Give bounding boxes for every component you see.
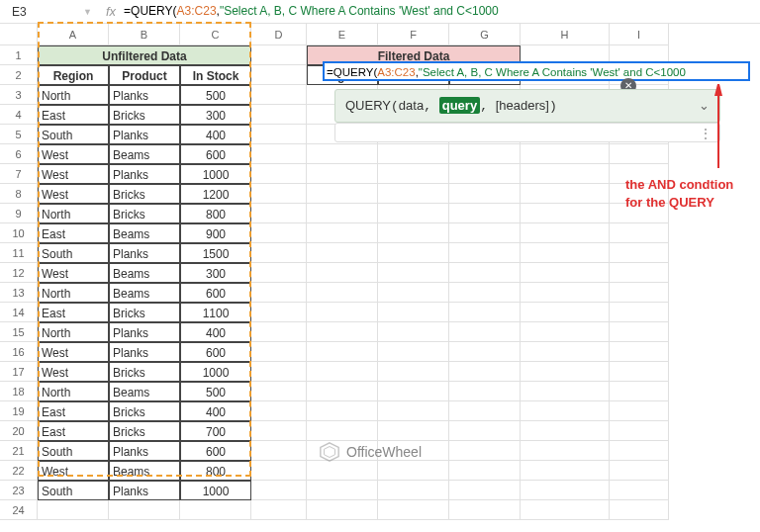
cell[interactable]: Product bbox=[109, 65, 180, 85]
cell[interactable]: Beams bbox=[109, 382, 180, 401]
cell[interactable]: Region bbox=[38, 65, 109, 85]
cell[interactable]: Bricks bbox=[109, 204, 180, 223]
chevron-down-icon[interactable]: ⌄ bbox=[699, 98, 710, 113]
cell[interactable] bbox=[449, 243, 521, 263]
cell[interactable] bbox=[610, 322, 669, 342]
cell[interactable] bbox=[610, 342, 669, 362]
cell[interactable] bbox=[449, 184, 521, 204]
cell[interactable]: Bricks bbox=[109, 401, 180, 421]
cell[interactable]: Planks bbox=[109, 481, 180, 500]
cell[interactable] bbox=[307, 342, 378, 362]
cell[interactable] bbox=[521, 243, 610, 263]
cell[interactable] bbox=[251, 223, 307, 243]
cell[interactable]: North bbox=[38, 85, 109, 105]
cell[interactable] bbox=[251, 144, 307, 164]
cell[interactable]: 400 bbox=[180, 322, 251, 342]
column-header[interactable]: A bbox=[38, 24, 109, 45]
row-header[interactable]: 6 bbox=[0, 144, 38, 164]
cell[interactable]: East bbox=[38, 223, 109, 243]
cell[interactable]: Beams bbox=[109, 263, 180, 283]
column-header[interactable]: I bbox=[610, 24, 669, 45]
cell[interactable] bbox=[449, 204, 521, 223]
cell[interactable] bbox=[251, 500, 307, 520]
cell[interactable] bbox=[251, 243, 307, 263]
cell[interactable] bbox=[251, 303, 307, 322]
cell[interactable]: West bbox=[38, 461, 109, 481]
cell[interactable]: Beams bbox=[109, 223, 180, 243]
cell[interactable]: 1100 bbox=[180, 303, 251, 322]
active-cell-editor[interactable]: =QUERY(A3:C23,"Select A, B, C Where A Co… bbox=[323, 61, 750, 81]
cell[interactable] bbox=[378, 263, 449, 283]
row-header[interactable]: 17 bbox=[0, 362, 38, 382]
cell[interactable]: Planks bbox=[109, 441, 180, 461]
cell[interactable]: 800 bbox=[180, 204, 251, 223]
cell[interactable]: 1200 bbox=[180, 184, 251, 204]
row-header[interactable]: 13 bbox=[0, 283, 38, 303]
cell[interactable] bbox=[521, 144, 610, 164]
cell[interactable]: 600 bbox=[180, 441, 251, 461]
cell[interactable] bbox=[251, 105, 307, 125]
cell[interactable]: Bricks bbox=[109, 362, 180, 382]
cell[interactable] bbox=[449, 303, 521, 322]
cell[interactable] bbox=[449, 481, 521, 500]
cell[interactable]: West bbox=[38, 342, 109, 362]
column-header[interactable]: G bbox=[449, 24, 521, 45]
row-header[interactable]: 14 bbox=[0, 303, 38, 322]
cell[interactable] bbox=[610, 421, 669, 441]
cell[interactable]: In Stock bbox=[180, 65, 251, 85]
cell[interactable]: West bbox=[38, 164, 109, 184]
cell[interactable] bbox=[251, 322, 307, 342]
cell[interactable] bbox=[307, 481, 378, 500]
cell[interactable] bbox=[251, 461, 307, 481]
cell[interactable] bbox=[251, 441, 307, 461]
row-header[interactable]: 22 bbox=[0, 461, 38, 481]
cell[interactable]: Beams bbox=[109, 461, 180, 481]
row-header[interactable]: 12 bbox=[0, 263, 38, 283]
cell[interactable] bbox=[307, 362, 378, 382]
cell[interactable] bbox=[449, 263, 521, 283]
cell[interactable]: West bbox=[38, 263, 109, 283]
cell[interactable] bbox=[521, 283, 610, 303]
column-header[interactable]: C bbox=[180, 24, 251, 45]
cell[interactable]: 400 bbox=[180, 125, 251, 144]
cell[interactable] bbox=[378, 401, 449, 421]
cell[interactable]: 1000 bbox=[180, 164, 251, 184]
cell[interactable] bbox=[521, 204, 610, 223]
cell[interactable]: East bbox=[38, 401, 109, 421]
cell[interactable] bbox=[251, 164, 307, 184]
cell[interactable] bbox=[521, 481, 610, 500]
cell[interactable] bbox=[449, 223, 521, 243]
cell[interactable]: South bbox=[38, 441, 109, 461]
cell[interactable]: Bricks bbox=[109, 105, 180, 125]
cell[interactable] bbox=[38, 500, 109, 520]
row-header[interactable]: 18 bbox=[0, 382, 38, 401]
cell[interactable] bbox=[521, 382, 610, 401]
cell[interactable]: 800 bbox=[180, 461, 251, 481]
cell[interactable] bbox=[251, 45, 307, 65]
cell[interactable]: 500 bbox=[180, 382, 251, 401]
cell[interactable] bbox=[307, 243, 378, 263]
cell[interactable]: 400 bbox=[180, 401, 251, 421]
cell[interactable] bbox=[251, 204, 307, 223]
cell[interactable] bbox=[610, 303, 669, 322]
cell[interactable] bbox=[307, 164, 378, 184]
column-header[interactable]: E bbox=[307, 24, 378, 45]
cell[interactable] bbox=[521, 421, 610, 441]
cell[interactable] bbox=[521, 441, 610, 461]
cell[interactable] bbox=[378, 342, 449, 362]
cell[interactable] bbox=[378, 421, 449, 441]
cell[interactable] bbox=[307, 204, 378, 223]
column-header[interactable]: B bbox=[109, 24, 180, 45]
row-header[interactable]: 5 bbox=[0, 125, 38, 144]
cell[interactable]: Beams bbox=[109, 283, 180, 303]
cell[interactable] bbox=[610, 223, 669, 243]
cell[interactable] bbox=[610, 382, 669, 401]
cell[interactable] bbox=[449, 342, 521, 362]
cell[interactable] bbox=[251, 85, 307, 105]
select-all-corner[interactable] bbox=[0, 24, 38, 45]
cell[interactable] bbox=[449, 500, 521, 520]
cell[interactable] bbox=[378, 362, 449, 382]
cell[interactable]: North bbox=[38, 322, 109, 342]
cell[interactable] bbox=[521, 164, 610, 184]
cell[interactable] bbox=[449, 283, 521, 303]
